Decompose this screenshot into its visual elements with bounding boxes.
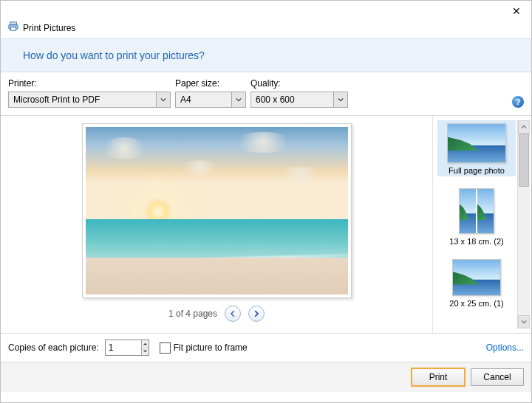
print-pictures-dialog: ✕ Print Pictures How do you want to prin… [0,0,532,403]
fit-label: Fit picture to frame [174,342,248,353]
paper-size-value: A4 [176,94,231,105]
page-preview [82,123,352,298]
window-title-row: Print Pictures [1,20,531,38]
help-icon: ? [516,97,521,106]
preview-pane: 1 of 4 pages [1,116,432,333]
layout-thumb [447,123,506,163]
paper-size-label: Paper size: [175,78,246,89]
options-link[interactable]: Options... [486,342,524,353]
layout-list: Full page photo 13 x 18 cm. (2) 20 x 25 … [437,120,516,328]
svg-rect-0 [10,22,17,25]
checkbox-icon [160,342,171,354]
layout-20x25[interactable]: 20 x 25 cm. (1) [437,256,516,309]
printer-icon [8,21,18,34]
titlebar: ✕ [1,1,531,20]
copies-row: Copies of each picture: Fit picture to f… [1,334,531,362]
action-row: Print Cancel [1,362,531,392]
quality-group: Quality: 600 x 600 [250,78,348,108]
copies-label: Copies of each picture: [8,342,99,353]
help-button[interactable]: ? [512,96,524,108]
close-icon: ✕ [512,5,521,17]
chevron-down-icon [333,92,347,107]
svg-rect-2 [11,27,16,30]
fit-to-frame-checkbox[interactable]: Fit picture to frame [160,342,248,354]
chevron-down-icon [156,92,170,107]
next-page-button[interactable] [248,306,265,322]
main-area: 1 of 4 pages Full page photo [1,116,531,334]
spin-up-button[interactable] [142,340,149,348]
print-options-row: Printer: Microsoft Print to PDF Paper si… [1,72,531,116]
quality-select[interactable]: 600 x 600 [250,92,348,108]
paper-size-select[interactable]: A4 [175,92,246,108]
layout-full-page[interactable]: Full page photo [437,120,516,176]
printer-group: Printer: Microsoft Print to PDF [8,78,171,108]
page-indicator: 1 of 4 pages [168,309,217,319]
copies-input[interactable] [106,340,141,355]
scroll-track[interactable] [518,134,530,315]
printer-select[interactable]: Microsoft Print to PDF [8,92,171,108]
close-button[interactable]: ✕ [506,4,527,18]
layout-label: Full page photo [449,166,505,175]
layout-thumb [452,259,501,296]
cancel-button-label: Cancel [483,372,511,382]
paper-size-group: Paper size: A4 [175,78,246,108]
layout-label: 20 x 25 cm. (1) [449,299,503,308]
chevron-down-icon [231,92,245,107]
printer-value: Microsoft Print to PDF [9,94,156,105]
cancel-button[interactable]: Cancel [471,368,524,386]
layout-sidebar: Full page photo 13 x 18 cm. (2) 20 x 25 … [432,116,531,333]
prev-page-button[interactable] [225,306,241,322]
layout-label: 13 x 18 cm. (2) [449,237,503,246]
header-banner: How do you want to print your pictures? [1,38,531,72]
window-title: Print Pictures [23,23,75,33]
layout-scrollbar[interactable] [517,120,530,328]
print-button-label: Print [429,372,448,382]
header-question: How do you want to print your pictures? [14,49,518,61]
layout-thumb [459,188,494,234]
preview-image [86,127,348,294]
quality-label: Quality: [250,78,348,89]
layout-13x18[interactable]: 13 x 18 cm. (2) [437,185,516,247]
print-button[interactable]: Print [412,368,465,386]
page-navigator: 1 of 4 pages [168,298,265,322]
quality-value: 600 x 600 [251,94,333,105]
copies-spinner[interactable] [105,340,149,356]
printer-label: Printer: [8,78,171,89]
scroll-up-button[interactable] [518,120,530,134]
spin-down-button[interactable] [142,348,149,356]
spinner-buttons [141,340,149,355]
scroll-thumb[interactable] [519,134,529,187]
scroll-down-button[interactable] [518,315,530,328]
